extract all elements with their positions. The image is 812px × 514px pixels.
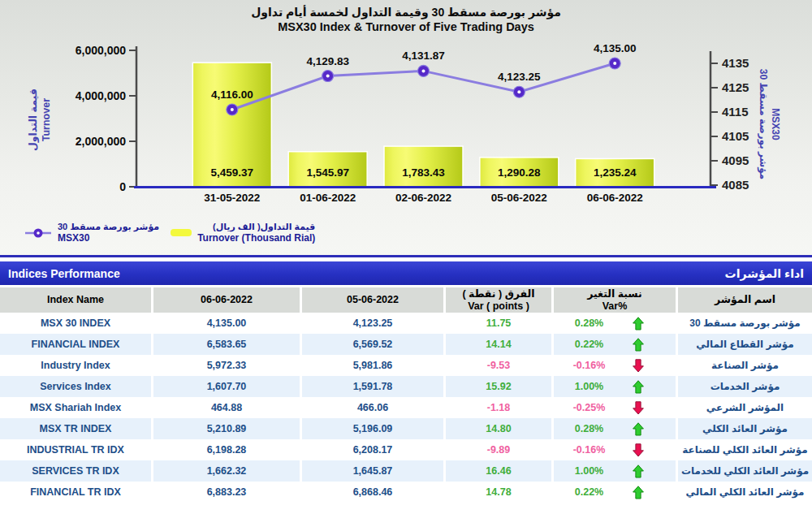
point-value-label: 4,131.87 xyxy=(402,50,445,62)
table-row: MSX TR INDEX5,210.895,196.0914.800.28% م… xyxy=(0,418,812,439)
up-arrow-icon xyxy=(633,464,644,478)
value-previous-cell: 1,645.87 xyxy=(302,460,443,482)
index-name-cell: Services Index xyxy=(0,376,151,397)
right-tick-label: 4105 xyxy=(722,129,749,143)
column-header-english: 05-06-2022 xyxy=(347,294,399,305)
column-header: نسبة التغيرVar% xyxy=(554,287,676,313)
date-label: 06-06-2022 xyxy=(587,192,643,204)
var-pct-value: 0.28% xyxy=(554,317,624,329)
var-points-cell: 11.75 xyxy=(446,313,551,334)
var-points-cell: 15.92 xyxy=(446,376,551,397)
index-name-arabic-cell: مؤشر العائد الكلي للصناعة xyxy=(678,439,812,460)
point-value-label: 4,129.83 xyxy=(306,55,349,67)
chart-title-arabic: مؤشر بورصة مسقط 30 وقيمة التداول لخمسة أ… xyxy=(0,6,812,19)
var-pct-value: -0.16% xyxy=(554,444,624,456)
table-title-arabic: اداء المؤشرات xyxy=(725,267,804,280)
bar-value-label: 1,783.43 xyxy=(402,166,445,179)
right-tick-label: 4115 xyxy=(722,105,749,119)
column-header-arabic: نسبة التغير xyxy=(587,288,642,300)
index-name-cell: MSX 30 INDEX xyxy=(0,313,151,334)
table-body: MSX 30 INDEX4,135.004,123.2511.750.28% م… xyxy=(0,313,812,503)
var-pct-value: 0.22% xyxy=(554,339,624,350)
table-row: MSX Shariah Index464.88466.06-1.18-0.25%… xyxy=(0,397,812,418)
value-previous-cell: 5,196.09 xyxy=(302,418,443,439)
value-current-cell: 5,972.33 xyxy=(153,355,300,376)
line-marker-center xyxy=(326,75,330,78)
table-column-headers: Index Name06-06-202205-06-2022الفرق ( نق… xyxy=(0,287,812,313)
up-arrow-icon xyxy=(633,338,644,352)
value-current-cell: 4,135.00 xyxy=(153,313,300,334)
left-axis-title-english: Turnover xyxy=(41,63,54,177)
legend-item-msx30: مؤشر بورصة مسقط 30 MSX30 xyxy=(24,221,159,245)
column-header: 05-06-2022 xyxy=(302,287,443,313)
value-current-cell: 1,662.32 xyxy=(153,460,300,482)
index-name-cell: MSX Shariah Index xyxy=(0,397,151,418)
down-arrow-icon xyxy=(633,401,644,415)
var-pct-value: 1.00% xyxy=(554,381,624,392)
var-pct-cell: 0.28% xyxy=(554,418,676,439)
column-header-english: 06-06-2022 xyxy=(201,294,253,305)
up-arrow-icon xyxy=(633,422,644,436)
var-points-cell: 16.46 xyxy=(446,460,551,482)
bar-value-label: 5,459.37 xyxy=(211,166,254,179)
var-points-cell: 14.78 xyxy=(446,482,551,503)
value-current-cell: 5,210.89 xyxy=(153,418,300,439)
chart-panel: مؤشر بورصة مسقط 30 وقيمة التداول لخمسة أ… xyxy=(0,0,812,257)
index-name-arabic-cell: المؤشر الشرعي xyxy=(678,397,812,418)
index-name-arabic-cell: مؤشر بورصة مسقط 30 xyxy=(678,313,812,334)
legend-msx30-english: MSX30 xyxy=(58,232,159,245)
up-arrow-icon xyxy=(633,380,644,394)
legend-turnover-arabic: قيمة التداول( الف ريال) xyxy=(197,221,315,232)
right-axis-title-english: MSX30 xyxy=(769,67,781,181)
var-pct-cell: 0.22% xyxy=(554,334,676,355)
index-name-cell: SERVICES TR IDX xyxy=(0,460,151,482)
point-value-label: 4,135.00 xyxy=(594,42,637,54)
var-pct-value: 0.22% xyxy=(554,486,624,498)
table-row: FINANCIAL INDEX6,583.656,569.5214.140.22… xyxy=(0,334,812,355)
value-previous-cell: 6,569.52 xyxy=(302,334,443,355)
point-value-label: 4,123.25 xyxy=(498,71,541,83)
indices-performance-table: Indices Performance اداء المؤشرات Index … xyxy=(0,261,812,503)
var-pct-value: -0.16% xyxy=(554,360,624,371)
legend-msx30-arabic: مؤشر بورصة مسقط 30 xyxy=(58,221,159,232)
legend-item-turnover: قيمة التداول( الف ريال) Turnover (Thousa… xyxy=(171,221,315,245)
value-previous-cell: 466.06 xyxy=(302,397,443,418)
right-tick-label: 4085 xyxy=(722,178,749,192)
var-pct-value: 0.28% xyxy=(554,423,624,434)
var-pct-cell: 1.00% xyxy=(554,376,676,397)
line-marker-sample-icon xyxy=(24,227,52,239)
var-pct-cell: 1.00% xyxy=(554,460,676,482)
column-header-arabic: اسم المؤشر xyxy=(715,294,775,305)
right-tick-label: 4135 xyxy=(722,56,749,70)
value-current-cell: 6,583.65 xyxy=(153,334,300,355)
column-header: الفرق ( نقطة )Var ( points ) xyxy=(446,287,551,313)
index-name-cell: FINANCIAL TR IDX xyxy=(0,482,151,503)
var-points-cell: -9.89 xyxy=(446,439,551,460)
bar-value-label: 1,235.24 xyxy=(594,166,637,179)
table-row: Services Index1,607.701,591.7815.921.00%… xyxy=(0,376,812,397)
left-tick-label: 0 xyxy=(119,180,126,193)
line-marker-center xyxy=(231,108,234,111)
legend-msx30-label: مؤشر بورصة مسقط 30 MSX30 xyxy=(58,221,159,245)
legend-turnover-english: Turnover (Thousand Rial) xyxy=(197,232,315,245)
bar-swatch-icon xyxy=(171,229,192,236)
index-name-cell: MSX TR INDEX xyxy=(0,418,151,439)
combo-chart: 6,000,0004,000,0002,000,0000413541254115… xyxy=(0,0,812,257)
column-header: 06-06-2022 xyxy=(153,287,300,313)
line-series xyxy=(227,58,620,115)
value-current-cell: 1,607.70 xyxy=(153,376,300,397)
table-row: SERVICES TR IDX1,662.321,645.8716.461.00… xyxy=(0,460,812,482)
value-previous-cell: 4,123.25 xyxy=(302,313,443,334)
right-axis-title: MSX30 مؤشر بورصة مسقط 30 xyxy=(757,67,781,181)
index-name-cell: FINANCIAL INDEX xyxy=(0,334,151,355)
value-current-cell: 6,198.28 xyxy=(153,439,300,460)
var-points-cell: 14.14 xyxy=(446,334,551,355)
index-name-arabic-cell: مؤشر الصناعة xyxy=(678,355,812,376)
line-marker-center xyxy=(517,90,520,93)
column-header: اسم المؤشر xyxy=(678,287,812,313)
date-label: 01-06-2022 xyxy=(300,192,356,204)
point-value-label: 4,116.00 xyxy=(211,89,253,101)
left-axis-title: قيمة التداول Turnover xyxy=(28,63,53,177)
var-pct-cell: -0.25% xyxy=(554,397,676,418)
value-previous-cell: 5,981.86 xyxy=(302,355,443,376)
